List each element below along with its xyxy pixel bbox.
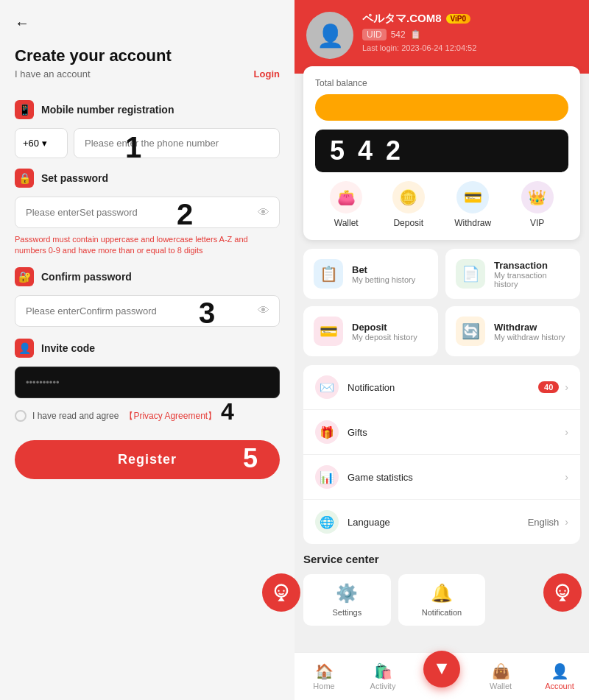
wallet-action-withdraw[interactable]: 💳 Withdraw — [454, 181, 491, 228]
nav-item-wallet[interactable]: 👜 Wallet — [471, 662, 530, 690]
step-number-4: 4 — [221, 398, 234, 425]
svg-point-2 — [283, 590, 284, 592]
list-item-gifts[interactable]: 🎁 Gifts › — [303, 410, 580, 455]
withdraw-icon: 💳 — [456, 181, 489, 213]
nav-item-home[interactable]: 🏠 Home — [294, 662, 353, 690]
privacy-link[interactable]: 【Privacy Agreement】 — [124, 410, 216, 423]
username: ペルタマ.COM8 — [362, 12, 442, 26]
withdraw-card-icon: 🔄 — [456, 317, 485, 346]
svg-point-4 — [557, 585, 568, 597]
step-number-3: 3 — [199, 297, 215, 330]
bet-icon: 📋 — [314, 259, 343, 289]
wallet-action-deposit[interactable]: 🪙 Deposit — [392, 181, 425, 228]
invite-code-input[interactable] — [15, 367, 280, 398]
nav-item-activity[interactable]: 🛍️ Activity — [353, 662, 412, 690]
confirm-section-title: Confirm password — [41, 271, 132, 283]
svg-point-1 — [278, 590, 279, 592]
service-card-settings[interactable]: ⚙️ Settings — [303, 574, 391, 626]
language-value: English — [528, 517, 560, 528]
lock2-icon: 🔐 — [15, 267, 34, 286]
eye-icon-2[interactable]: 👁 — [258, 304, 269, 317]
list-item-game-stats[interactable]: 📊 Game statistics › — [303, 455, 580, 500]
language-icon: 🌐 — [315, 510, 339, 534]
activity-label: Activity — [370, 682, 396, 690]
transaction-icon: 📄 — [456, 259, 485, 289]
country-code: +60 — [23, 138, 39, 149]
svg-point-0 — [275, 585, 287, 597]
deposit-card-title: Deposit — [352, 322, 417, 333]
step-number-5: 5 — [243, 443, 258, 474]
svg-point-5 — [559, 590, 560, 592]
vip-icon: 👑 — [521, 181, 554, 213]
chevron-icon-3: › — [565, 471, 568, 483]
nav-item-promotion[interactable] — [412, 665, 471, 687]
home-label: Home — [313, 682, 334, 690]
password-hint: Password must contain uppercase and lowe… — [15, 234, 280, 257]
wallet-action-vip[interactable]: 👑 VIP — [521, 181, 554, 228]
gifts-icon: 🎁 — [315, 420, 339, 444]
password-input[interactable] — [15, 197, 280, 228]
menu-card-withdraw[interactable]: 🔄 Withdraw My withdraw history — [445, 306, 580, 356]
vip-label: VIP — [530, 218, 544, 228]
game-stats-label: Game statistics — [348, 472, 565, 483]
page-title: Create your account — [15, 46, 280, 66]
bottom-nav: 🏠 Home 🛍️ Activity 👜 Wallet 👤 Account — [294, 652, 589, 700]
chevron-icon-2: › — [565, 426, 568, 438]
wallet-label: Wallet — [334, 218, 359, 228]
deposit-card-icon: 💳 — [314, 317, 343, 346]
svg-point-6 — [564, 590, 565, 592]
wallet-action-wallet[interactable]: 👛 Wallet — [330, 181, 362, 228]
service-card-notification[interactable]: 🔔 Notification — [398, 574, 486, 626]
gifts-label: Gifts — [348, 427, 565, 438]
profile-header: 👤 ペルタマ.COM8 ViP0 UID 542 📋 Last login: 2… — [294, 0, 589, 74]
withdraw-label: Withdraw — [454, 218, 491, 228]
uid-value: 542 — [391, 29, 406, 40]
svg-marker-3 — [437, 664, 448, 675]
bet-sub: My betting history — [352, 275, 415, 284]
login-link[interactable]: Login — [254, 68, 280, 79]
wallet-icon: 👛 — [330, 181, 362, 213]
chatbot-icon-left[interactable] — [262, 573, 300, 612]
register-button[interactable]: Register — [15, 440, 280, 479]
withdraw-card-sub: My withdraw history — [494, 333, 565, 342]
promotion-center-btn[interactable] — [423, 651, 460, 687]
list-item-notification[interactable]: ✉️ Notification 40 › — [303, 365, 580, 410]
menu-grid: 📋 Bet My betting history 📄 Transaction M… — [294, 249, 589, 365]
step-number-1: 1 — [125, 131, 141, 164]
back-button[interactable]: ← — [15, 15, 29, 32]
menu-card-deposit[interactable]: 💳 Deposit My deposit history — [303, 306, 438, 356]
have-account-text: I have an account — [15, 68, 91, 79]
country-select[interactable]: +60 ▾ — [15, 128, 68, 158]
chevron-icon-4: › — [565, 516, 568, 528]
balance-overlay: 5 4 2 — [315, 130, 568, 172]
agree-checkbox[interactable] — [15, 410, 27, 422]
notification-label: Notification — [348, 382, 538, 393]
nav-item-account[interactable]: 👤 Account — [530, 662, 589, 690]
menu-card-transaction[interactable]: 📄 Transaction My transaction history — [445, 249, 580, 299]
game-stats-icon: 📊 — [315, 465, 339, 489]
deposit-label: Deposit — [393, 218, 423, 228]
list-item-language[interactable]: 🌐 Language English › — [303, 500, 580, 544]
notification-badge: 40 — [538, 381, 559, 393]
confirm-password-input[interactable] — [15, 295, 280, 327]
balance-card: Total balance 5 4 2 👛 Wallet 🪙 Deposit 💳… — [303, 66, 580, 240]
settings-icon: ⚙️ — [336, 583, 358, 604]
mobile-section-title: Mobile number registration — [41, 104, 174, 116]
language-label: Language — [348, 517, 528, 528]
password-section-title: Set password — [41, 172, 108, 184]
chevron-down-icon: ▾ — [42, 138, 47, 149]
mobile-icon: 📱 — [15, 100, 34, 119]
eye-icon[interactable]: 👁 — [258, 206, 269, 219]
transaction-sub: My transaction history — [494, 271, 570, 289]
menu-card-bet[interactable]: 📋 Bet My betting history — [303, 249, 438, 299]
left-panel: ← Create your account I have an account … — [0, 0, 294, 700]
invite-section-title: Invite code — [41, 342, 95, 354]
settings-label: Settings — [332, 608, 361, 617]
copy-icon[interactable]: 📋 — [410, 29, 421, 40]
deposit-icon: 🪙 — [392, 181, 425, 213]
phone-input[interactable] — [74, 128, 280, 158]
uid-label: UID — [362, 29, 387, 40]
service-center-title: Service center — [303, 553, 580, 565]
balance-bar — [315, 94, 568, 121]
chatbot-icon-right[interactable] — [543, 573, 582, 612]
